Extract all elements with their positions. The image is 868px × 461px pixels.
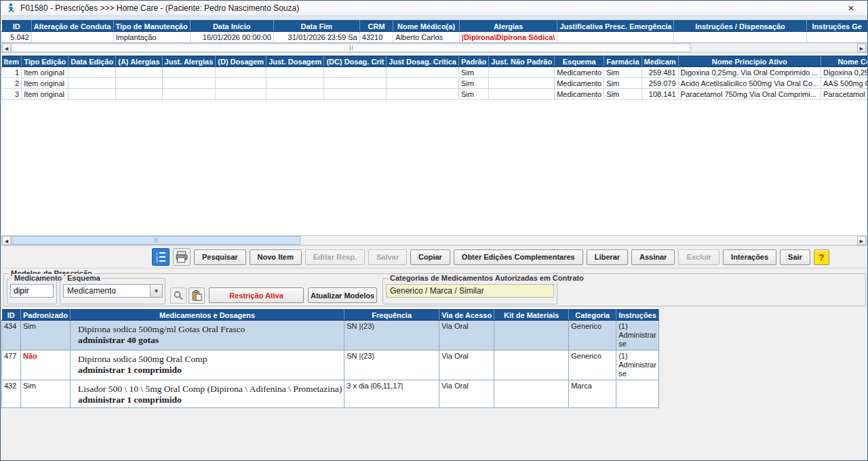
prescription-column-header[interactable]: Alteração de Conduta (31, 21, 113, 32)
item-column-header[interactable]: Nome Principio Ativo (678, 56, 821, 67)
models-row[interactable]: 434SimDipirona sodica 500mg/ml Gotas Ora… (2, 321, 659, 350)
search-icon (173, 290, 184, 301)
prescription-column-header[interactable]: Data Início (190, 21, 273, 32)
prescription-column-header[interactable]: Alergias (459, 21, 557, 32)
scrollbar-thumb[interactable] (12, 43, 691, 52)
models-table: IDPadronizadoMedicamentos e DosagensFreq… (1, 309, 659, 408)
print-button[interactable] (173, 248, 191, 266)
chevron-down-icon[interactable]: ▼ (150, 285, 162, 297)
toolbar-button-liberar[interactable]: Liberar (587, 249, 628, 265)
prescription-row[interactable]: 5.042Implantação16/01/2026 00:00:0031/01… (2, 32, 868, 43)
item-cell: Sim (458, 78, 488, 89)
item-cell (216, 89, 267, 100)
window-title: F01580 - Prescrições >>> Home Care - (Pa… (20, 3, 840, 13)
models-row[interactable]: 432SimLisador 500 \ 10 \ 5mg Oral Comp (… (2, 380, 659, 408)
prescription-column-header[interactable]: Justificativa Presc. Emergência (557, 21, 674, 32)
item-column-header[interactable]: Esquema (555, 56, 604, 67)
item-column-header[interactable]: Data Edição (68, 56, 116, 67)
help-button[interactable]: ? (814, 249, 829, 265)
toolbar-button-novo-item[interactable]: Novo Item (250, 249, 302, 265)
atualizar-modelos-button[interactable]: Atualizar Modelos (308, 287, 377, 303)
item-cell (68, 89, 116, 100)
item-cell (116, 78, 162, 89)
toolbar-button-assinar[interactable]: Assinar (631, 249, 675, 265)
item-column-header[interactable]: Farmácia (604, 56, 642, 67)
item-column-header[interactable]: (A) Alergias (116, 56, 162, 67)
item-row[interactable]: 3Item originalSimMedicamentoSim108.141Pa… (2, 89, 868, 100)
item-cell: Sim (604, 67, 642, 78)
models-column-header[interactable]: Padronizado (21, 310, 71, 321)
item-cell (162, 89, 216, 100)
medication-name: Dipirona sodica 500mg/ml Gotas Oral Fras… (73, 322, 342, 335)
toolbar-button-sair[interactable]: Sair (780, 249, 810, 265)
prescription-column-header[interactable]: Nome Médico(a) (393, 21, 460, 32)
item-cell: Sim (604, 89, 642, 100)
medicamento-search-input[interactable] (10, 284, 54, 298)
models-cell: 477 (2, 350, 21, 380)
models-column-header[interactable]: Instruções (616, 310, 659, 321)
item-column-header[interactable]: Padrão (458, 56, 488, 67)
models-column-header[interactable]: ID (2, 310, 21, 321)
models-cell: 432 (2, 380, 21, 408)
item-cell: 259.481 (642, 67, 678, 78)
models-column-header[interactable]: Medicamentos e Dosagens (71, 310, 344, 321)
prescription-column-header[interactable]: Instruções / Dispensação (674, 21, 806, 32)
toolbar-button-copiar[interactable]: Copiar (410, 249, 450, 265)
scroll-left-icon[interactable]: ◀ (2, 236, 11, 245)
clipboard-icon (192, 290, 202, 301)
items-table-hscrollbar[interactable]: ◀ ▶ (1, 235, 867, 245)
models-cell: SN |(23) (344, 350, 439, 380)
item-column-header[interactable]: Just. Não Padrão (489, 56, 555, 67)
item-cell: Medicamento (555, 67, 604, 78)
item-column-header[interactable]: (D) Dosagem (216, 56, 267, 67)
toolbar-button-pesquisar[interactable]: Pesquisar (194, 249, 246, 265)
prescription-column-header[interactable]: ID (2, 21, 32, 32)
toolbar-button-obter-edi-es-complementares[interactable]: Obter Edições Complementares (454, 249, 583, 265)
models-column-header[interactable]: Kit de Materiais (494, 310, 569, 321)
toolbar-button-intera-es[interactable]: Interações (723, 249, 776, 265)
item-cell (489, 78, 555, 89)
models-cell: (1) Administrar se (616, 350, 659, 380)
item-column-header[interactable]: Just. Alergias (162, 56, 216, 67)
prescription-cell: |Dipirona\Dipirona Sódica\ (459, 32, 557, 43)
item-row[interactable]: 1Item originalSimMedicamentoSim259.481Di… (2, 67, 868, 78)
item-cell (267, 67, 324, 78)
scrollbar-thumb[interactable] (12, 236, 300, 245)
prescription-column-header[interactable]: Tipo de Manutenção (113, 21, 190, 32)
item-cell: Paracetamol 750mg Via Oral Comprimi... (678, 89, 821, 100)
item-row[interactable]: 2Item originalSimMedicamentoSim259.079Ac… (2, 78, 868, 89)
models-column-header[interactable]: Categoria (569, 310, 616, 321)
items-table: ItemTipo EdiçãoData Edição(A) AlergiasJu… (1, 56, 868, 235)
models-column-header[interactable]: Via de Acesso (439, 310, 494, 321)
restricao-ativa-button[interactable]: Restrição Ativa (209, 287, 304, 303)
item-column-header[interactable]: Medicam (642, 56, 678, 67)
models-cell: Não (21, 350, 71, 380)
item-cell (324, 67, 387, 78)
item-column-header[interactable]: Just Dosag. Crítica (387, 56, 459, 67)
item-list-icon[interactable]: 1 2 3 (152, 248, 170, 266)
models-row[interactable]: 477NãoDipirona sodica 500mg Oral Compadm… (2, 350, 659, 380)
item-column-header[interactable]: Nome Come (821, 56, 868, 67)
prescription-table-hscrollbar[interactable]: ◀ ▶ (1, 43, 867, 53)
thumb-grip (350, 45, 353, 50)
prescription-column-header[interactable]: Data Fim (273, 21, 359, 32)
search-button[interactable] (170, 287, 186, 304)
item-cell: Medicamento (555, 89, 604, 100)
scroll-right-icon[interactable]: ▶ (857, 43, 866, 52)
item-column-header[interactable]: Item (2, 56, 22, 67)
item-cell: Paracetamol 750mg (821, 89, 868, 100)
models-column-header[interactable]: Frequência (344, 310, 439, 321)
prescription-column-header[interactable]: Instruções Ge (806, 21, 868, 32)
item-column-header[interactable]: Just. Dosagem (267, 56, 324, 67)
item-column-header[interactable]: Tipo Edição (22, 56, 68, 67)
esquema-select[interactable]: Medicamento ▼ (63, 284, 163, 298)
scroll-right-icon[interactable]: ▶ (857, 236, 866, 245)
close-icon[interactable]: × (840, 1, 863, 16)
prescription-column-header[interactable]: CRM (359, 21, 393, 32)
models-cell: Sim (21, 380, 71, 408)
paste-model-button[interactable] (189, 287, 205, 304)
item-cell (489, 89, 555, 100)
scroll-left-icon[interactable]: ◀ (2, 43, 11, 52)
item-column-header[interactable]: (DC) Dosag. Crít (324, 56, 387, 67)
item-cell (489, 67, 555, 78)
